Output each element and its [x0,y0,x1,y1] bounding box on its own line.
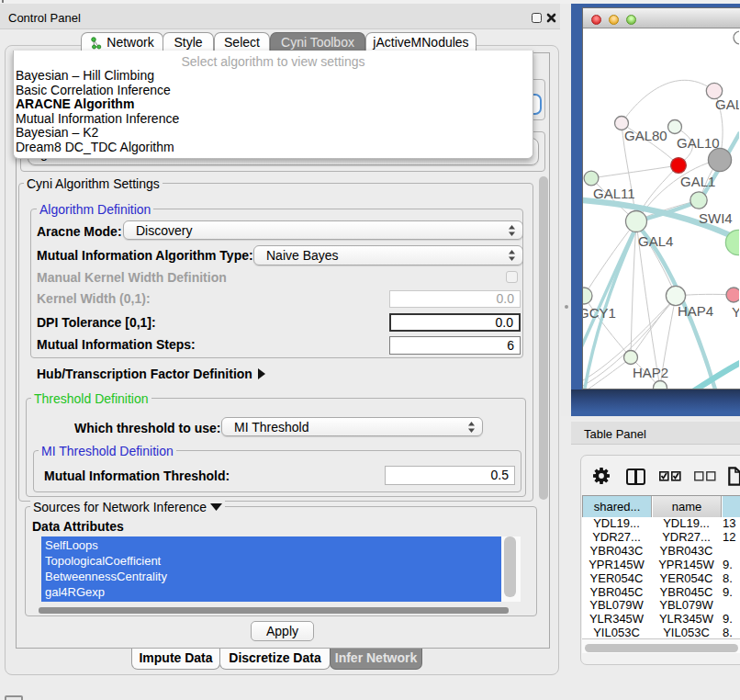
svg-text:SWI4: SWI4 [699,210,733,226]
svg-text:HAP4: HAP4 [678,303,713,319]
svg-text:GAL1: GAL1 [680,174,715,189]
svg-text:GAL11: GAL11 [593,186,635,201]
svg-text:GAL4: GAL4 [638,233,673,249]
svg-text:Y: Y [732,304,739,320]
svg-text:GAL7: GAL7 [715,96,739,112]
svg-text:GAL10: GAL10 [677,135,720,151]
svg-text:HAP2: HAP2 [633,365,668,380]
svg-text:GAL80: GAL80 [624,128,667,143]
svg-text:GCY1: GCY1 [583,305,616,321]
